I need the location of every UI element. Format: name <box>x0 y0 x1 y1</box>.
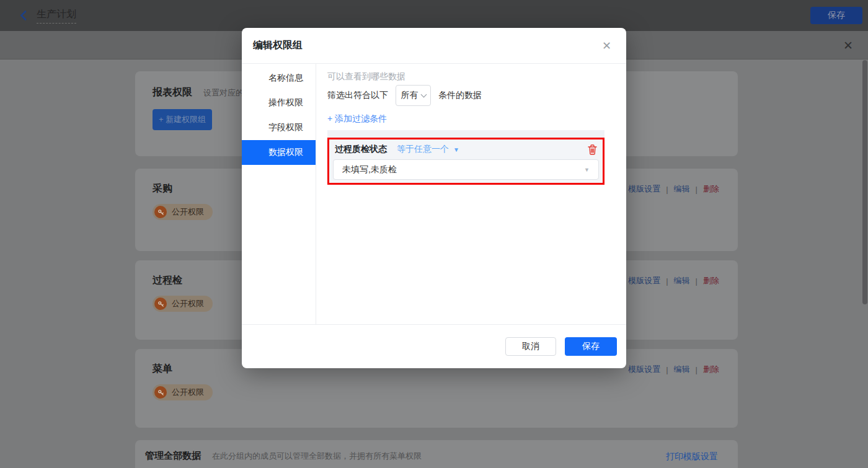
template-settings-link[interactable]: 模版设置 <box>628 364 660 375</box>
chevron-down-icon <box>420 91 427 97</box>
caret-down-icon: ▼ <box>453 146 459 153</box>
drawer-close-icon[interactable]: ✕ <box>843 39 853 51</box>
condition-value-select[interactable]: 未填写,未质检 ▼ <box>333 159 599 180</box>
data-view-hint: 可以查看到哪些数据 <box>327 70 614 82</box>
edit-link[interactable]: 编辑 <box>674 275 690 286</box>
delete-link[interactable]: 删除 <box>703 364 719 375</box>
filter-sentence-prefix: 筛选出符合以下 <box>327 90 388 101</box>
add-filter-condition-link[interactable]: + 添加过滤条件 <box>327 112 387 125</box>
template-settings-link[interactable]: 模版设置 <box>628 275 660 286</box>
caret-down-icon: ▼ <box>584 167 590 173</box>
condition-field-label: 过程质检状态 <box>335 144 387 155</box>
condition-operator-dropdown[interactable]: 等于任意一个 ▼ <box>397 144 459 155</box>
manage-all-desc: 在此分组内的成员可以管理全部数据，并拥有所有菜单权限 <box>212 451 422 462</box>
delete-link[interactable]: 删除 <box>703 275 719 286</box>
edit-permission-group-modal: 编辑权限组 ✕ 名称信息 操作权限 字段权限 数据权限 可以查看到哪些数据 筛选… <box>242 28 626 368</box>
template-settings-link[interactable]: 模版设置 <box>628 183 660 195</box>
badge-label: 公开权限 <box>172 206 204 218</box>
link-separator: | <box>696 276 698 286</box>
link-separator: | <box>666 185 668 194</box>
edit-link[interactable]: 编辑 <box>674 364 690 375</box>
link-separator: | <box>666 365 668 374</box>
edit-link[interactable]: 编辑 <box>674 183 690 195</box>
tab-name-info[interactable]: 名称信息 <box>242 66 316 91</box>
key-icon <box>154 298 167 310</box>
new-permission-group-button[interactable]: + 新建权限组 <box>153 109 212 130</box>
back-chevron-icon[interactable] <box>19 10 29 21</box>
badge-label: 公开权限 <box>172 298 204 309</box>
filter-condition-list: 过程质检状态 等于任意一个 ▼ 未填写,未质检 ▼ <box>327 130 604 185</box>
link-separator: | <box>696 365 698 374</box>
print-template-settings-link[interactable]: 打印模版设置 <box>666 451 718 462</box>
save-button[interactable]: 保存 <box>565 337 617 356</box>
key-icon <box>154 386 167 399</box>
modal-title: 编辑权限组 <box>253 39 303 52</box>
public-permission-badge: 公开权限 <box>153 296 213 312</box>
modal-header: 编辑权限组 ✕ <box>242 28 626 64</box>
filter-sentence-suffix: 条件的数据 <box>438 90 482 101</box>
top-header-bar: 生产计划 保存 <box>0 0 868 31</box>
match-mode-value: 所有 <box>401 90 418 101</box>
link-separator: | <box>696 185 698 194</box>
condition-value: 未填写,未质检 <box>342 164 397 175</box>
match-mode-select[interactable]: 所有 <box>396 85 431 106</box>
delete-condition-trash-icon[interactable] <box>588 144 597 155</box>
filter-condition-card-highlighted: 过程质检状态 等于任意一个 ▼ 未填写,未质检 ▼ <box>327 138 604 185</box>
link-separator: | <box>666 276 668 286</box>
condition-operator-label: 等于任意一个 <box>397 144 449 155</box>
public-permission-badge: 公开权限 <box>153 384 213 400</box>
manage-all-data-card: 管理全部数据 在此分组内的成员可以管理全部数据，并拥有所有菜单权限 打印模版设置 <box>135 440 738 468</box>
public-permission-badge: 公开权限 <box>153 204 213 220</box>
vertical-scrollbar[interactable] <box>862 60 867 304</box>
modal-content: 可以查看到哪些数据 筛选出符合以下 所有 条件的数据 + 添加过滤条件 过程质检… <box>316 64 626 324</box>
modal-close-icon[interactable]: ✕ <box>602 40 611 51</box>
page-save-button[interactable]: 保存 <box>810 7 862 24</box>
page-title: 生产计划 <box>37 8 76 24</box>
tab-data-permission[interactable]: 数据权限 <box>242 140 316 165</box>
section-title: 报表权限 <box>153 86 192 99</box>
modal-footer: 取消 保存 <box>242 324 626 368</box>
cancel-button[interactable]: 取消 <box>505 337 556 356</box>
tab-field-permission[interactable]: 字段权限 <box>242 115 316 140</box>
modal-sidebar: 名称信息 操作权限 字段权限 数据权限 <box>242 64 316 324</box>
key-icon <box>154 206 167 218</box>
manage-all-title: 管理全部数据 <box>145 450 201 462</box>
tab-operation-permission[interactable]: 操作权限 <box>242 91 316 115</box>
badge-label: 公开权限 <box>172 387 204 398</box>
delete-link[interactable]: 删除 <box>703 183 719 195</box>
screen: 生产计划 保存 ✕ 报表权限 设置对应的「 + 新建权限组 采购 模版设置 | … <box>0 0 868 468</box>
